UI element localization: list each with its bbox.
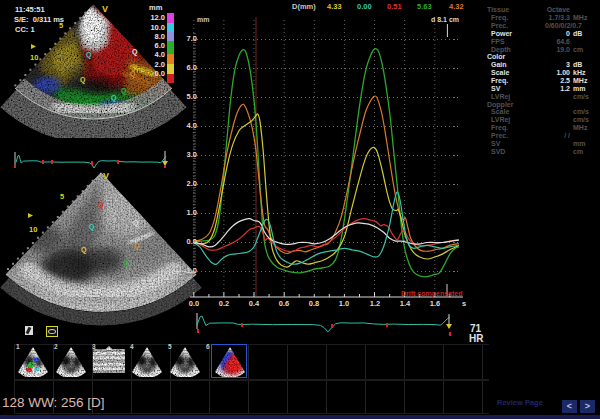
svg-text:Q: Q bbox=[134, 242, 140, 250]
svg-text:Q: Q bbox=[81, 246, 87, 254]
svg-text:Q: Q bbox=[80, 76, 86, 84]
svg-text:Q: Q bbox=[130, 70, 136, 78]
svg-text:V: V bbox=[103, 171, 109, 181]
svg-text:Q: Q bbox=[132, 48, 138, 56]
svg-text:Q: Q bbox=[133, 219, 139, 227]
svg-text:Q: Q bbox=[98, 201, 104, 209]
svg-text:Q: Q bbox=[111, 94, 117, 102]
svg-text:Q: Q bbox=[86, 51, 92, 59]
svg-text:Q: Q bbox=[121, 87, 127, 95]
svg-text:V: V bbox=[102, 4, 108, 14]
svg-text:Q: Q bbox=[123, 259, 129, 267]
svg-text:Q: Q bbox=[89, 223, 95, 231]
